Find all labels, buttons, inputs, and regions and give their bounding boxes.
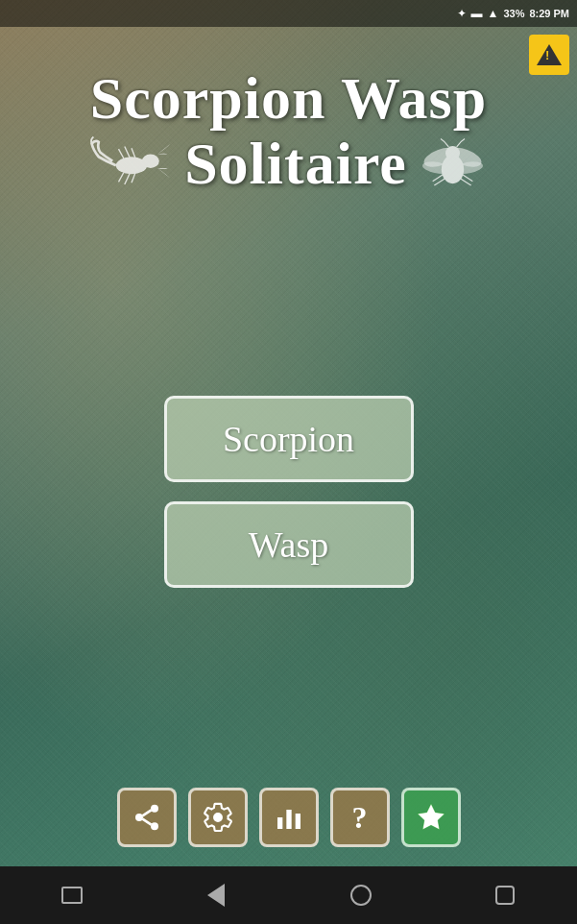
wasp-button-label: Wasp bbox=[249, 524, 328, 565]
wasp-icon bbox=[417, 134, 489, 192]
scorpion-button[interactable]: Scorpion bbox=[164, 396, 414, 482]
warning-triangle-icon bbox=[537, 44, 562, 65]
svg-line-3 bbox=[125, 174, 130, 185]
share-icon bbox=[132, 802, 162, 833]
stats-button[interactable] bbox=[259, 788, 319, 847]
battery-block-icon: ▬ bbox=[471, 7, 483, 21]
rate-button[interactable] bbox=[401, 788, 461, 847]
svg-rect-23 bbox=[277, 817, 282, 829]
share-button[interactable] bbox=[117, 788, 177, 847]
warning-badge[interactable] bbox=[529, 35, 569, 75]
svg-line-4 bbox=[119, 173, 124, 182]
svg-line-22 bbox=[142, 819, 151, 825]
settings-button[interactable] bbox=[188, 788, 248, 847]
help-icon: ? bbox=[352, 800, 368, 836]
gear-icon bbox=[202, 801, 234, 834]
status-bar: ✦ ▬ ▲ 33% 8:29 PM bbox=[0, 0, 577, 27]
main-content: Scorpion Wasp bbox=[0, 27, 577, 866]
svg-line-6 bbox=[125, 147, 130, 158]
svg-line-21 bbox=[142, 810, 151, 815]
star-icon bbox=[415, 801, 447, 834]
title-line1: Scorpion Wasp bbox=[88, 65, 489, 131]
svg-rect-25 bbox=[295, 814, 300, 829]
svg-rect-24 bbox=[286, 810, 291, 829]
home-button[interactable] bbox=[342, 876, 380, 914]
svg-line-7 bbox=[119, 149, 124, 158]
svg-point-1 bbox=[142, 155, 159, 168]
nav-bar bbox=[0, 866, 577, 924]
battery-percent: 33% bbox=[503, 8, 524, 19]
title-line2: Solitaire bbox=[88, 131, 489, 196]
title-section: Scorpion Wasp bbox=[88, 65, 489, 196]
scorpion-icon bbox=[88, 134, 175, 192]
signal-icon: ▲ bbox=[488, 7, 499, 21]
status-icons: ✦ ▬ ▲ 33% 8:29 PM bbox=[457, 7, 570, 21]
time-display: 8:29 PM bbox=[529, 8, 569, 19]
wasp-button[interactable]: Wasp bbox=[164, 501, 414, 588]
svg-marker-26 bbox=[417, 804, 444, 830]
recent-apps-icon bbox=[61, 887, 83, 904]
buttons-section: Scorpion Wasp bbox=[164, 396, 414, 588]
overview-icon bbox=[495, 886, 515, 905]
svg-point-13 bbox=[445, 146, 460, 160]
stats-icon bbox=[274, 802, 304, 833]
help-button[interactable]: ? bbox=[330, 788, 390, 847]
recent-apps-button[interactable] bbox=[53, 876, 91, 914]
toolbar: ? bbox=[117, 788, 461, 847]
scorpion-button-label: Scorpion bbox=[223, 419, 354, 459]
overview-button[interactable] bbox=[486, 876, 524, 914]
back-button[interactable] bbox=[197, 876, 235, 914]
bluetooth-icon: ✦ bbox=[457, 7, 467, 21]
back-icon bbox=[207, 884, 225, 907]
home-icon bbox=[350, 885, 372, 906]
